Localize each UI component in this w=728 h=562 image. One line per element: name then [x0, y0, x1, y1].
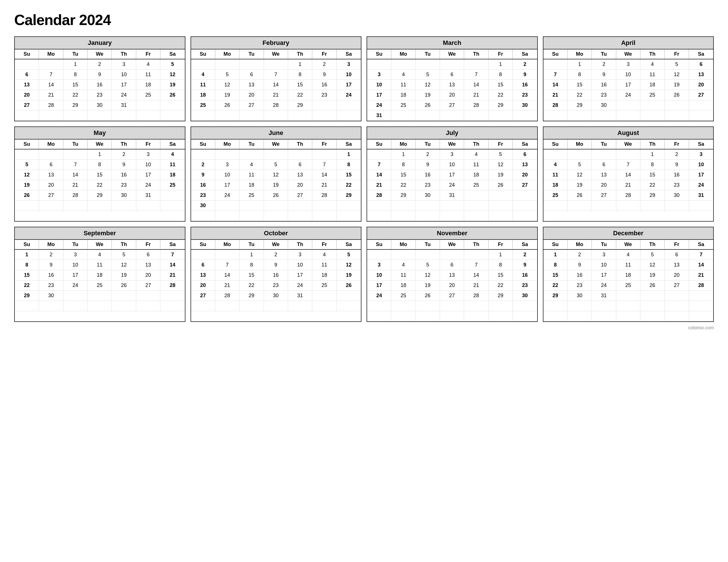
day-cell: 15: [15, 270, 39, 281]
day-header-th: Th: [112, 140, 136, 149]
day-cell: [264, 59, 288, 70]
day-cell: 5: [416, 260, 440, 270]
day-cell: 10: [440, 160, 464, 170]
day-cell: 16: [39, 270, 63, 281]
day-header-th: Th: [640, 140, 665, 149]
day-cell: [592, 311, 616, 321]
day-cell: 13: [440, 270, 464, 281]
month-block-october: OctoberSuMoTuWeThFrSa1234567891011121314…: [191, 227, 362, 322]
day-cell: 4: [88, 250, 112, 260]
day-cell: [464, 301, 488, 311]
day-headers: SuMoTuWeThFrSa: [543, 240, 713, 250]
day-header-tu: Tu: [239, 140, 264, 149]
day-header-fr: Fr: [489, 140, 513, 149]
day-cell: 1: [640, 150, 665, 160]
day-cell: 9: [665, 160, 689, 170]
day-cell: [288, 201, 312, 211]
month-title: April: [543, 37, 713, 49]
day-header-we: We: [88, 240, 112, 249]
day-cell: 16: [416, 170, 440, 180]
day-cell: 7: [464, 70, 488, 80]
day-cell: [215, 250, 239, 260]
day-cell: 8: [543, 260, 568, 270]
day-cell: 10: [689, 160, 713, 170]
day-cell: 22: [568, 90, 592, 100]
day-header-sa: Sa: [160, 49, 185, 59]
day-cell: 21: [264, 90, 288, 100]
day-header-we: We: [88, 140, 112, 149]
day-cell: [513, 211, 537, 221]
day-cell: [88, 201, 112, 211]
day-cell: 2: [568, 250, 592, 260]
day-cell: 28: [63, 190, 88, 201]
day-cell: [337, 211, 361, 221]
day-cell: 25: [391, 290, 415, 301]
day-cell: [63, 301, 88, 311]
day-cell: [543, 201, 568, 211]
day-cell: [63, 290, 88, 301]
day-cell: 28: [464, 290, 488, 301]
day-cell: [191, 211, 215, 221]
day-cell: 28: [39, 100, 63, 111]
month-title: December: [543, 227, 713, 240]
day-cell: 23: [592, 90, 616, 100]
day-cell: [665, 100, 689, 111]
day-cell: 3: [337, 59, 361, 70]
day-cell: 13: [191, 270, 215, 281]
day-cell: [112, 301, 136, 311]
day-cell: [489, 301, 513, 311]
day-cell: [391, 59, 415, 70]
day-header-tu: Tu: [416, 240, 440, 249]
day-cell: 21: [464, 281, 488, 290]
day-cell: 16: [592, 80, 616, 90]
day-cell: 14: [160, 260, 185, 270]
day-cell: [367, 311, 391, 321]
day-cell: 25: [391, 100, 415, 111]
day-cell: 6: [665, 250, 689, 260]
days-grid: 1234567891011121314151617181920212223242…: [191, 150, 361, 221]
day-cell: [489, 190, 513, 201]
day-cell: 14: [264, 80, 288, 90]
day-header-sa: Sa: [337, 49, 361, 59]
days-grid: 1234567891011121314151617181920212223242…: [543, 250, 713, 321]
day-cell: 14: [464, 80, 488, 90]
day-cell: 27: [513, 180, 537, 190]
day-cell: 21: [689, 270, 713, 281]
day-cell: 26: [568, 190, 592, 201]
month-title: February: [191, 37, 361, 49]
day-cell: 12: [568, 170, 592, 180]
day-cell: 17: [440, 170, 464, 180]
day-cell: 10: [367, 270, 391, 281]
day-cell: 15: [568, 80, 592, 90]
day-cell: 19: [337, 270, 361, 281]
day-cell: [312, 301, 336, 311]
day-header-we: We: [264, 140, 288, 149]
day-cell: [239, 111, 264, 121]
day-header-th: Th: [288, 49, 312, 59]
day-cell: [416, 250, 440, 260]
day-cell: 14: [63, 170, 88, 180]
day-header-we: We: [616, 49, 640, 59]
day-cell: 9: [191, 170, 215, 180]
day-header-th: Th: [640, 49, 665, 59]
day-cell: [312, 201, 336, 211]
day-cell: 25: [239, 190, 264, 201]
day-cell: 16: [568, 270, 592, 281]
day-cell: 20: [665, 270, 689, 281]
day-cell: 9: [513, 70, 537, 80]
day-header-mo: Mo: [39, 49, 63, 59]
day-header-we: We: [264, 240, 288, 249]
day-cell: 24: [367, 100, 391, 111]
day-cell: [264, 201, 288, 211]
day-cell: 12: [640, 260, 665, 270]
day-cell: 9: [39, 260, 63, 270]
day-cell: 21: [39, 90, 63, 100]
day-cell: [689, 290, 713, 301]
day-cell: 2: [264, 250, 288, 260]
day-cell: 21: [63, 180, 88, 190]
day-cell: 24: [288, 281, 312, 290]
day-cell: 23: [665, 180, 689, 190]
day-cell: [264, 211, 288, 221]
day-cell: [191, 301, 215, 311]
day-cell: [616, 100, 640, 111]
